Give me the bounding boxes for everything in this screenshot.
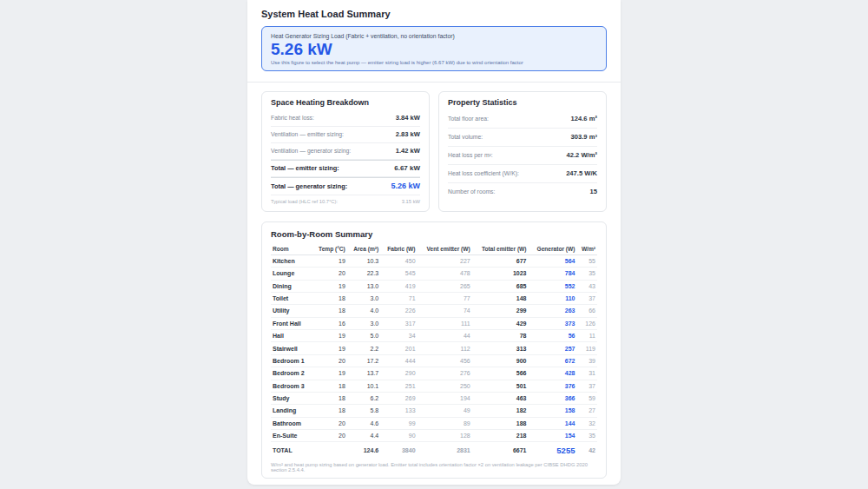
table-cell-temp [312, 442, 347, 458]
section-divider [247, 82, 621, 83]
table-cell-vent: 128 [418, 430, 472, 442]
table-cell-total: 299 [472, 305, 529, 317]
table-cell-room: Landing [271, 405, 312, 417]
table-cell-fabric: 419 [380, 280, 417, 292]
table-cell-area: 22.3 [347, 268, 380, 280]
table-cell-room: Utility [271, 305, 312, 317]
row-label: Fabric heat loss: [271, 115, 314, 121]
table-cell-temp: 20 [312, 430, 347, 442]
table-cell-temp: 18 [312, 380, 347, 392]
col-vent-emitter: Vent emitter (W) [418, 243, 472, 255]
table-cell-generator: 552 [529, 280, 577, 292]
table-cell-area: 2.2 [347, 342, 380, 354]
table-row: Front Hall163.0317111429373126 [271, 317, 597, 329]
table-cell-temp: 19 [312, 330, 347, 342]
row-value: 247.5 W/K [566, 169, 597, 177]
table-cell-generator: 376 [529, 380, 577, 392]
table-cell-vent: 265 [418, 280, 472, 292]
table-cell-vent: 44 [418, 330, 472, 342]
table-cell-vent: 227 [418, 254, 472, 267]
table-cell-total: 900 [472, 354, 529, 367]
table-cell-vent: 456 [418, 354, 472, 367]
table-cell-wm2: 43 [576, 280, 597, 292]
table-cell-room: Bedroom 2 [271, 367, 312, 380]
table-cell-vent: 250 [418, 380, 472, 392]
table-cell-total: 501 [472, 380, 529, 392]
table-cell-generator: 373 [529, 317, 577, 329]
row-value: 15 [590, 188, 597, 195]
table-cell-vent: 77 [418, 292, 472, 304]
stats-title: Property Statistics [448, 98, 597, 107]
table-cell-total: 148 [472, 292, 529, 304]
table-cell-vent: 111 [418, 317, 472, 329]
table-cell-temp: 18 [312, 305, 347, 317]
table-cell-wm2: 39 [576, 354, 597, 367]
table-cell-wm2: 66 [576, 305, 597, 317]
table-cell-total: 566 [472, 367, 529, 380]
table-cell-total: 182 [472, 405, 529, 417]
table-cell-room: TOTAL [271, 442, 312, 458]
col-temp: Temp (°C) [312, 243, 347, 255]
table-cell-area: 4.6 [347, 417, 380, 429]
stats-row-hlc: Heat loss coefficient (W/K): 247.5 W/K [448, 165, 597, 183]
room-table: Room Temp (°C) Area (m²) Fabric (W) Vent… [271, 243, 597, 458]
col-area: Area (m²) [347, 243, 380, 255]
table-cell-temp: 19 [312, 342, 347, 354]
table-cell-generator: 154 [529, 430, 577, 442]
table-cell-generator: 428 [529, 367, 577, 380]
table-row: Dining1913.041926568555243 [271, 280, 597, 292]
stats-cards-row: Space Heating Breakdown Fabric heat loss… [261, 91, 607, 212]
page-title: System Heat Load Summary [261, 9, 607, 19]
row-label: Typical load (HLC ref 10.7°C): [271, 199, 338, 204]
table-row: Landing185.81334918215827 [271, 405, 597, 417]
table-cell-room: Front Hall [271, 317, 312, 329]
table-row: Toilet183.0717714811037 [271, 292, 597, 304]
row-value: 3.15 kW [402, 199, 420, 204]
table-cell-temp: 19 [312, 280, 347, 292]
table-cell-temp: 18 [312, 392, 347, 404]
table-cell-wm2: 11 [576, 330, 597, 342]
table-cell-area: 4.4 [347, 430, 380, 442]
row-label: Total volume: [448, 134, 483, 140]
table-cell-temp: 20 [312, 417, 347, 429]
table-cell-area: 13.0 [347, 280, 380, 292]
table-cell-fabric: 3840 [380, 442, 417, 458]
stats-row-heat-loss-m2: Heat loss per m²: 42.2 W/m² [448, 147, 597, 165]
table-cell-vent: 478 [418, 268, 472, 280]
table-cell-generator: 564 [529, 254, 577, 267]
table-total-row: TOTAL124.6384028316671525542 [271, 442, 597, 458]
table-cell-temp: 18 [312, 292, 347, 304]
table-cell-total: 6671 [472, 442, 529, 458]
table-cell-generator: 672 [529, 354, 577, 367]
table-cell-room: Kitchen [271, 254, 312, 267]
table-row: Bedroom 31810.125125050137637 [271, 380, 597, 392]
row-value: 5.26 kW [391, 182, 420, 190]
breakdown-row-total-emitter: Total — emitter sizing: 6.67 kW [271, 160, 420, 177]
col-total-emitter: Total emitter (W) [472, 243, 529, 255]
table-cell-room: Stairwell [271, 342, 312, 354]
table-cell-temp: 19 [312, 254, 347, 267]
table-cell-total: 677 [472, 254, 529, 267]
table-cell-fabric: 450 [380, 254, 417, 267]
table-row: Utility184.02267429926366 [271, 305, 597, 317]
table-cell-room: En-Suite [271, 430, 312, 442]
table-cell-area: 3.0 [347, 292, 380, 304]
table-cell-area: 6.2 [347, 392, 380, 404]
table-cell-fabric: 545 [380, 268, 417, 280]
table-cell-wm2: 37 [576, 292, 597, 304]
table-cell-room: Toilet [271, 292, 312, 304]
sizing-load-note: Use this figure to select the heat pump … [271, 60, 597, 65]
room-by-room-card: Room-by-Room Summary Room Temp (°C) Area… [261, 221, 607, 479]
table-cell-wm2: 37 [576, 380, 597, 392]
table-cell-total: 685 [472, 280, 529, 292]
table-row: Lounge2022.3545478102378435 [271, 268, 597, 280]
row-value: 2.83 kW [396, 130, 420, 138]
table-cell-vent: 276 [418, 367, 472, 380]
table-row: Bedroom 12017.244445690067239 [271, 354, 597, 367]
table-cell-generator: 5255 [529, 442, 577, 458]
table-cell-fabric: 133 [380, 405, 417, 417]
table-row: Kitchen1910.345022767756455 [271, 254, 597, 267]
table-cell-room: Bathroom [271, 417, 312, 429]
col-fabric: Fabric (W) [380, 243, 417, 255]
table-cell-wm2: 35 [576, 430, 597, 442]
